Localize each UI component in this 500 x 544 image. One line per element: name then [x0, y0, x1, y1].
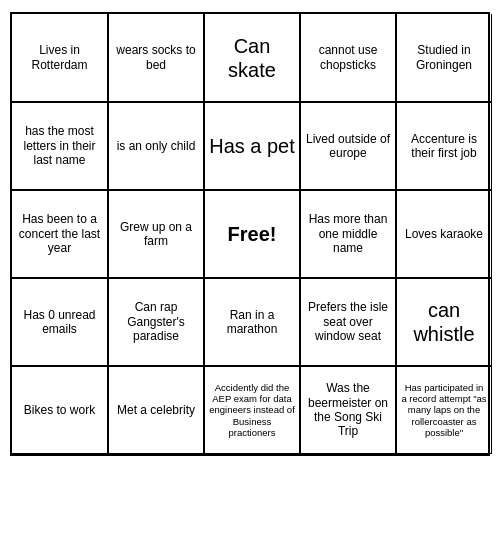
bingo-cell-2-1[interactable]: Grew up on a farm [108, 190, 204, 278]
bingo-cell-1-1[interactable]: is an only child [108, 102, 204, 190]
bingo-title [10, 0, 490, 12]
bingo-cell-2-2[interactable]: Free! [204, 190, 300, 278]
bingo-grid: Lives in Rotterdamwears socks to bedCan … [10, 12, 490, 456]
bingo-cell-2-0[interactable]: Has been to a concert the last year [12, 190, 108, 278]
bingo-cell-2-4[interactable]: Loves karaoke [396, 190, 492, 278]
bingo-cell-0-0[interactable]: Lives in Rotterdam [12, 14, 108, 102]
bingo-cell-1-4[interactable]: Accenture is their first job [396, 102, 492, 190]
bingo-cell-3-0[interactable]: Has 0 unread emails [12, 278, 108, 366]
bingo-cell-4-1[interactable]: Met a celebrity [108, 366, 204, 454]
bingo-row-1: has the most letters in their last namei… [12, 102, 488, 190]
bingo-cell-0-4[interactable]: Studied in Groningen [396, 14, 492, 102]
bingo-cell-0-2[interactable]: Can skate [204, 14, 300, 102]
bingo-cell-0-3[interactable]: cannot use chopsticks [300, 14, 396, 102]
bingo-cell-1-2[interactable]: Has a pet [204, 102, 300, 190]
bingo-cell-0-1[interactable]: wears socks to bed [108, 14, 204, 102]
bingo-cell-3-2[interactable]: Ran in a marathon [204, 278, 300, 366]
bingo-cell-1-0[interactable]: has the most letters in their last name [12, 102, 108, 190]
bingo-cell-2-3[interactable]: Has more than one middle name [300, 190, 396, 278]
bingo-cell-4-3[interactable]: Was the beermeister on the Song Ski Trip [300, 366, 396, 454]
bingo-cell-3-1[interactable]: Can rap Gangster's paradise [108, 278, 204, 366]
bingo-cell-4-4[interactable]: Has participated in a record attempt "as… [396, 366, 492, 454]
bingo-cell-4-2[interactable]: Accidently did the AEP exam for data eng… [204, 366, 300, 454]
bingo-cell-4-0[interactable]: Bikes to work [12, 366, 108, 454]
bingo-cell-1-3[interactable]: Lived outside of europe [300, 102, 396, 190]
bingo-row-3: Has 0 unread emailsCan rap Gangster's pa… [12, 278, 488, 366]
bingo-row-2: Has been to a concert the last yearGrew … [12, 190, 488, 278]
bingo-row-0: Lives in Rotterdamwears socks to bedCan … [12, 14, 488, 102]
bingo-row-4: Bikes to workMet a celebrityAccidently d… [12, 366, 488, 454]
bingo-cell-3-3[interactable]: Prefers the isle seat over window seat [300, 278, 396, 366]
bingo-cell-3-4[interactable]: can whistle [396, 278, 492, 366]
